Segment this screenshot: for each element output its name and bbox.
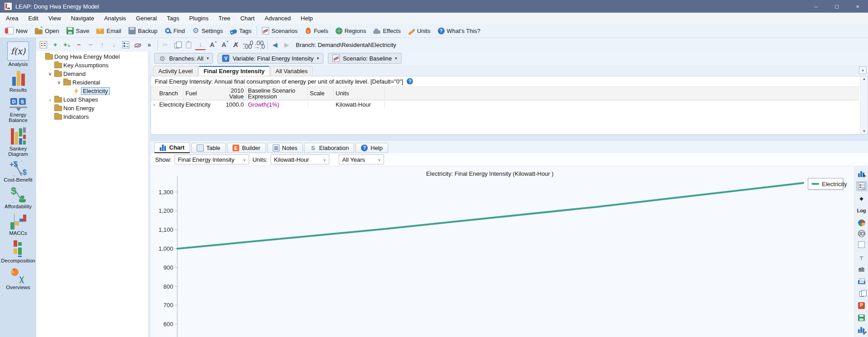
col-branch[interactable]: Branch — [157, 87, 184, 100]
cell-scale[interactable] — [308, 104, 334, 105]
fuels-button[interactable]: Fuels — [301, 26, 332, 35]
backup-button[interactable]: Backup — [125, 26, 161, 35]
tree-node-demand[interactable]: ∨ Demand — [36, 70, 148, 78]
open-button[interactable]: Open — [31, 27, 63, 35]
decimals-more-button[interactable] — [242, 39, 253, 50]
years-select[interactable]: All Years ∨ — [339, 154, 384, 164]
nav-results[interactable]: Results — [0, 71, 36, 93]
variable-dropdown[interactable]: Variable: Final Energy Intensity ▾ — [218, 53, 323, 64]
copy-button[interactable] — [171, 39, 182, 50]
tab-activity-level[interactable]: Activity Level — [153, 66, 198, 76]
threed-button[interactable]: 3D — [858, 230, 865, 237]
move-down-button[interactable]: ↓ — [109, 39, 119, 50]
cut-button[interactable]: ✂ — [157, 39, 171, 50]
tree-options-button[interactable] — [120, 39, 131, 50]
tab-table[interactable]: Table — [191, 143, 226, 153]
frame-button[interactable] — [856, 239, 867, 249]
tab-elaboration[interactable]: Elaboration — [304, 143, 354, 153]
menu-tags[interactable]: Tags — [162, 13, 184, 24]
tab-chart[interactable]: Chart — [154, 142, 190, 153]
tree-node-key-assumptions[interactable]: Key Assumptions — [36, 61, 148, 70]
effects-button[interactable]: Effects — [370, 27, 404, 35]
log-scale-button[interactable]: Log — [856, 206, 867, 215]
nav-cost-benefit[interactable]: Cost-Benefit — [0, 161, 36, 183]
scroll-up-icon[interactable]: ▲ — [863, 77, 866, 81]
save-button[interactable]: Save — [63, 26, 93, 35]
menu-area[interactable]: Area — [1, 13, 23, 24]
menu-analysis[interactable]: Analysis — [99, 13, 131, 24]
col-units[interactable]: Units — [334, 87, 385, 100]
menu-view[interactable]: View — [43, 13, 66, 24]
legend-toggle-button[interactable] — [856, 181, 867, 191]
nav-sankey-diagram[interactable]: Sankey Diagram — [0, 127, 36, 157]
chart-type-button[interactable] — [856, 169, 867, 179]
show-select[interactable]: Final Energy Intensity ∨ — [175, 154, 249, 164]
tab-final-energy-intensity[interactable]: Final Energy Intensity — [199, 66, 270, 76]
whats-this-button[interactable]: What's This? — [434, 27, 484, 35]
font-smaller-button[interactable]: A — [218, 39, 229, 50]
settings-button[interactable]: ⚙ Settings — [189, 26, 227, 35]
units-select[interactable]: Kilowatt-Hour ∨ — [270, 154, 329, 164]
scenario-dropdown[interactable]: Scenario: Baseline ▾ — [328, 53, 402, 64]
menu-advanced[interactable]: Advanced — [260, 13, 296, 24]
tree-chevron-icon[interactable]: ∨ — [56, 80, 62, 85]
regions-button[interactable]: Regions — [332, 27, 370, 35]
move-up-button[interactable]: ↑ — [97, 39, 108, 50]
menu-chart[interactable]: Chart — [235, 13, 260, 24]
powerpoint-export-button[interactable] — [856, 300, 867, 310]
tab-help[interactable]: Help — [356, 143, 388, 153]
menu-general[interactable]: General — [131, 13, 162, 24]
tree-node-load-shapes[interactable]: › Load Shapes — [36, 95, 148, 104]
col-scale[interactable]: Scale — [308, 87, 334, 100]
cell-expression[interactable]: Growth(1%) — [246, 101, 308, 108]
nav-affordability[interactable]: Affordability — [0, 187, 36, 209]
nav-overviews[interactable]: Overviews — [0, 267, 36, 290]
help-icon[interactable] — [407, 78, 413, 84]
remove-branch-button[interactable]: − — [73, 39, 84, 50]
tree-chevron-icon[interactable]: ∨ — [47, 71, 53, 77]
properties-button[interactable] — [38, 39, 49, 50]
forward-button[interactable]: ▶ — [281, 39, 292, 50]
find-button[interactable]: Find — [161, 27, 188, 35]
nav-decomposition[interactable]: Decomposition — [0, 240, 36, 263]
cell-fuel[interactable]: Electricity — [184, 101, 230, 108]
col-expression[interactable]: Baseline Scenario Expression — [246, 87, 308, 100]
export-button[interactable]: ↓ — [195, 39, 206, 50]
font-color-button[interactable]: A — [230, 39, 241, 50]
labels-button[interactable]: ab — [856, 264, 867, 274]
close-button[interactable]: × — [847, 0, 868, 13]
tab-builder[interactable]: Builder — [227, 143, 266, 153]
menu-help[interactable]: Help — [296, 13, 318, 24]
col-fuel[interactable]: Fuel — [184, 87, 230, 100]
hide-branches-button[interactable] — [132, 39, 143, 50]
back-button[interactable]: ◀ — [267, 39, 280, 50]
units-button[interactable]: Units — [404, 27, 434, 35]
menu-tree[interactable]: Tree — [213, 13, 235, 24]
nav-maccs[interactable]: MACCs — [0, 213, 36, 236]
tags-button[interactable]: Tags — [227, 27, 255, 35]
table-scrollbar[interactable]: ▲ ▼ — [860, 76, 868, 134]
nav-analysis[interactable]: f(x) Analysis — [0, 42, 36, 67]
scenarios-button[interactable]: Scenarios — [256, 26, 301, 35]
menu-edit[interactable]: Edit — [23, 13, 43, 24]
print-chart-button[interactable] — [856, 276, 867, 286]
tree-chevron-icon[interactable]: › — [47, 97, 53, 103]
copy-chart-button[interactable] — [856, 288, 867, 298]
add-sub-branch-button[interactable]: +₊ — [62, 39, 72, 50]
nav-energy-balance[interactable]: Energy Balance — [0, 97, 36, 123]
tab-notes[interactable]: Notes — [267, 143, 303, 153]
colors-button[interactable] — [856, 218, 867, 228]
menu-plugins[interactable]: Plugins — [184, 13, 213, 24]
data-points-button[interactable]: ◆ — [856, 193, 867, 203]
more-buttons[interactable]: » — [144, 39, 155, 50]
minimize-button[interactable]: – — [806, 0, 826, 13]
cell-branch[interactable]: Electricity — [157, 101, 184, 108]
cell-2010-value[interactable]: 1000.0 — [230, 101, 246, 108]
menu-navigate[interactable]: Navigate — [66, 13, 99, 24]
tab-all-variables[interactable]: All Variables — [270, 66, 313, 76]
scroll-down-icon[interactable]: ▼ — [863, 129, 866, 134]
tree-node-electricity[interactable]: Electricity — [36, 87, 148, 95]
col-2010-value[interactable]: 2010 Value — [230, 87, 246, 100]
save-chart-button[interactable] — [856, 313, 867, 323]
new-button[interactable]: New — [3, 26, 31, 35]
